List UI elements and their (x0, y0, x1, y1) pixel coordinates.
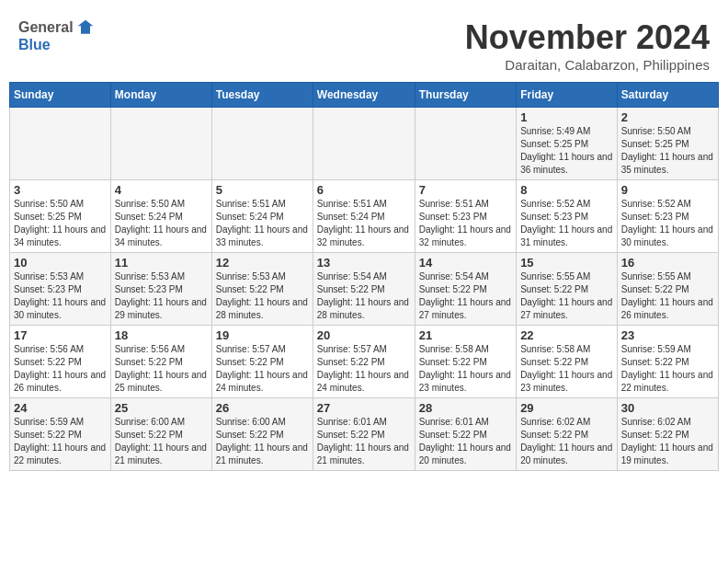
col-thursday: Thursday (415, 83, 516, 108)
table-row: 5Sunrise: 5:51 AMSunset: 5:24 PMDaylight… (211, 180, 313, 253)
col-sunday: Sunday (10, 83, 111, 108)
calendar-week-4: 17Sunrise: 5:56 AMSunset: 5:22 PMDayligh… (10, 326, 719, 398)
table-row (313, 108, 415, 180)
day-info: Sunrise: 5:50 AMSunset: 5:24 PMDaylight:… (115, 198, 208, 249)
day-info: Sunrise: 5:56 AMSunset: 5:22 PMDaylight:… (14, 343, 107, 395)
month-title: November 2024 (465, 18, 710, 57)
col-monday: Monday (110, 83, 211, 108)
day-info: Sunrise: 6:01 AMSunset: 5:22 PMDaylight:… (419, 416, 512, 467)
col-tuesday: Tuesday (211, 83, 313, 108)
day-number: 2 (621, 110, 714, 124)
day-number: 3 (14, 183, 107, 197)
day-info: Sunrise: 5:52 AMSunset: 5:23 PMDaylight:… (520, 198, 613, 249)
day-number: 26 (216, 401, 309, 415)
svg-marker-0 (77, 20, 93, 34)
table-row: 16Sunrise: 5:55 AMSunset: 5:22 PMDayligh… (617, 253, 718, 326)
col-wednesday: Wednesday (313, 83, 415, 108)
day-number: 22 (520, 328, 613, 342)
day-info: Sunrise: 5:51 AMSunset: 5:23 PMDaylight:… (419, 198, 512, 249)
day-number: 13 (317, 256, 411, 270)
table-row: 20Sunrise: 5:57 AMSunset: 5:22 PMDayligh… (313, 326, 415, 398)
day-info: Sunrise: 6:01 AMSunset: 5:22 PMDaylight:… (317, 416, 411, 467)
table-row: 14Sunrise: 5:54 AMSunset: 5:22 PMDayligh… (415, 253, 516, 326)
logo-general-text: General (18, 19, 74, 36)
day-number: 15 (520, 256, 613, 270)
table-row: 29Sunrise: 6:02 AMSunset: 5:22 PMDayligh… (517, 398, 618, 471)
day-info: Sunrise: 5:53 AMSunset: 5:23 PMDaylight:… (115, 270, 208, 322)
day-info: Sunrise: 5:59 AMSunset: 5:22 PMDaylight:… (621, 343, 714, 395)
table-row: 21Sunrise: 5:58 AMSunset: 5:22 PMDayligh… (415, 326, 516, 398)
day-info: Sunrise: 5:58 AMSunset: 5:22 PMDaylight:… (520, 343, 613, 395)
logo: General Blue (18, 18, 95, 53)
calendar-week-3: 10Sunrise: 5:53 AMSunset: 5:23 PMDayligh… (10, 253, 719, 326)
day-number: 28 (419, 401, 512, 415)
table-row: 28Sunrise: 6:01 AMSunset: 5:22 PMDayligh… (415, 398, 516, 471)
table-row: 18Sunrise: 5:56 AMSunset: 5:22 PMDayligh… (110, 326, 211, 398)
day-number: 24 (14, 401, 107, 415)
table-row: 6Sunrise: 5:51 AMSunset: 5:24 PMDaylight… (313, 180, 415, 253)
table-row: 4Sunrise: 5:50 AMSunset: 5:24 PMDaylight… (110, 180, 211, 253)
day-number: 27 (317, 401, 411, 415)
day-number: 11 (115, 256, 208, 270)
day-number: 7 (419, 183, 512, 197)
logo-icon (76, 18, 95, 37)
table-row: 23Sunrise: 5:59 AMSunset: 5:22 PMDayligh… (617, 326, 718, 398)
day-info: Sunrise: 5:52 AMSunset: 5:23 PMDaylight:… (621, 198, 714, 249)
table-row: 19Sunrise: 5:57 AMSunset: 5:22 PMDayligh… (211, 326, 313, 398)
day-info: Sunrise: 5:58 AMSunset: 5:22 PMDaylight:… (419, 343, 512, 395)
day-number: 12 (216, 256, 309, 270)
day-info: Sunrise: 5:59 AMSunset: 5:22 PMDaylight:… (14, 416, 107, 467)
day-info: Sunrise: 6:02 AMSunset: 5:22 PMDaylight:… (520, 416, 613, 467)
day-info: Sunrise: 5:56 AMSunset: 5:22 PMDaylight:… (115, 343, 208, 395)
day-info: Sunrise: 5:57 AMSunset: 5:22 PMDaylight:… (317, 343, 411, 395)
day-info: Sunrise: 6:00 AMSunset: 5:22 PMDaylight:… (115, 416, 208, 467)
calendar-header-row: Sunday Monday Tuesday Wednesday Thursday… (10, 83, 719, 108)
table-row: 17Sunrise: 5:56 AMSunset: 5:22 PMDayligh… (10, 326, 111, 398)
table-row: 11Sunrise: 5:53 AMSunset: 5:23 PMDayligh… (110, 253, 211, 326)
day-info: Sunrise: 5:53 AMSunset: 5:23 PMDaylight:… (14, 270, 107, 322)
day-number: 17 (14, 328, 107, 342)
day-info: Sunrise: 5:51 AMSunset: 5:24 PMDaylight:… (317, 198, 411, 249)
day-info: Sunrise: 5:49 AMSunset: 5:25 PMDaylight:… (520, 125, 613, 177)
day-info: Sunrise: 5:50 AMSunset: 5:25 PMDaylight:… (14, 198, 107, 249)
day-info: Sunrise: 5:53 AMSunset: 5:22 PMDaylight:… (216, 270, 309, 322)
day-number: 19 (216, 328, 309, 342)
day-number: 30 (621, 401, 714, 415)
day-number: 10 (14, 256, 107, 270)
day-number: 29 (520, 401, 613, 415)
logo-blue-text: Blue (18, 37, 51, 53)
table-row: 30Sunrise: 6:02 AMSunset: 5:22 PMDayligh… (617, 398, 718, 471)
day-info: Sunrise: 5:54 AMSunset: 5:22 PMDaylight:… (317, 270, 411, 322)
table-row: 7Sunrise: 5:51 AMSunset: 5:23 PMDaylight… (415, 180, 516, 253)
table-row: 12Sunrise: 5:53 AMSunset: 5:22 PMDayligh… (211, 253, 313, 326)
day-number: 9 (621, 183, 714, 197)
day-number: 21 (419, 328, 512, 342)
day-number: 18 (115, 328, 208, 342)
day-number: 23 (621, 328, 714, 342)
title-section: November 2024 Daraitan, Calabarzon, Phil… (465, 18, 710, 73)
table-row: 15Sunrise: 5:55 AMSunset: 5:22 PMDayligh… (517, 253, 618, 326)
table-row: 26Sunrise: 6:00 AMSunset: 5:22 PMDayligh… (211, 398, 313, 471)
day-info: Sunrise: 5:57 AMSunset: 5:22 PMDaylight:… (216, 343, 309, 395)
table-row: 27Sunrise: 6:01 AMSunset: 5:22 PMDayligh… (313, 398, 415, 471)
table-row: 8Sunrise: 5:52 AMSunset: 5:23 PMDaylight… (517, 180, 618, 253)
table-row: 9Sunrise: 5:52 AMSunset: 5:23 PMDaylight… (617, 180, 718, 253)
day-info: Sunrise: 5:50 AMSunset: 5:25 PMDaylight:… (621, 125, 714, 177)
calendar-week-2: 3Sunrise: 5:50 AMSunset: 5:25 PMDaylight… (10, 180, 719, 253)
day-info: Sunrise: 5:51 AMSunset: 5:24 PMDaylight:… (216, 198, 309, 249)
day-info: Sunrise: 6:02 AMSunset: 5:22 PMDaylight:… (621, 416, 714, 467)
day-info: Sunrise: 5:55 AMSunset: 5:22 PMDaylight:… (621, 270, 714, 322)
table-row: 10Sunrise: 5:53 AMSunset: 5:23 PMDayligh… (10, 253, 111, 326)
col-saturday: Saturday (617, 83, 718, 108)
calendar-table: Sunday Monday Tuesday Wednesday Thursday… (9, 82, 719, 471)
day-number: 16 (621, 256, 714, 270)
day-number: 6 (317, 183, 411, 197)
day-info: Sunrise: 5:54 AMSunset: 5:22 PMDaylight:… (419, 270, 512, 322)
calendar-week-5: 24Sunrise: 5:59 AMSunset: 5:22 PMDayligh… (10, 398, 719, 471)
table-row (415, 108, 516, 180)
day-number: 4 (115, 183, 208, 197)
table-row (211, 108, 313, 180)
calendar-week-1: 1Sunrise: 5:49 AMSunset: 5:25 PMDaylight… (10, 108, 719, 180)
table-row: 1Sunrise: 5:49 AMSunset: 5:25 PMDaylight… (517, 108, 618, 180)
page-header: General Blue November 2024 Daraitan, Cal… (9, 9, 719, 77)
